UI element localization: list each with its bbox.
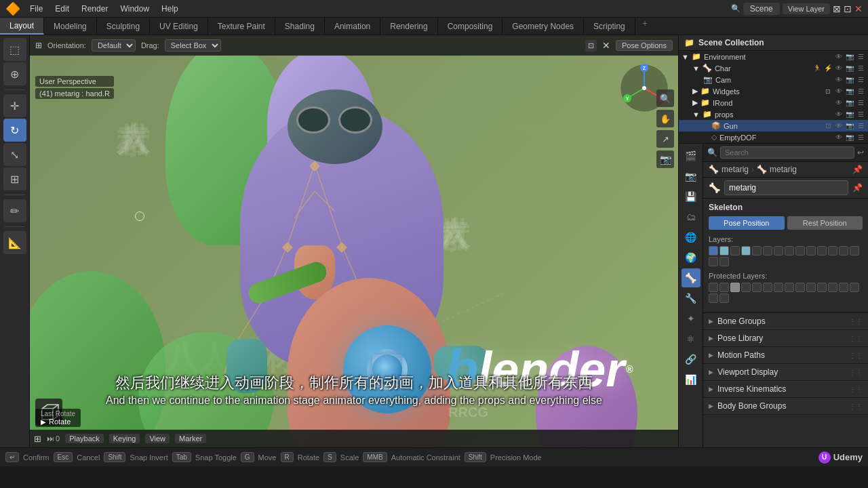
- layer-dot-15[interactable]: [709, 257, 718, 266]
- layer-dot-3[interactable]: [730, 246, 740, 256]
- obj-name-pin[interactable]: 📌: [852, 183, 863, 192]
- prop-world-icon[interactable]: 🌍: [682, 248, 701, 267]
- env-eye[interactable]: 👁: [834, 53, 844, 60]
- prop-scene-data-icon[interactable]: 🌐: [682, 228, 701, 247]
- layer-dot-13[interactable]: [839, 246, 848, 256]
- protected-dot-16[interactable]: [719, 293, 729, 303]
- menu-file[interactable]: File: [24, 3, 48, 15]
- env-select[interactable]: ☰: [856, 53, 865, 60]
- outliner-environment[interactable]: ▼ 📁 Environment 👁 📷 ☰: [679, 51, 868, 62]
- prop-view-layer-icon[interactable]: 🗂: [682, 207, 701, 226]
- protected-dot-1[interactable]: [709, 283, 718, 292]
- zoom-icon[interactable]: 🔍: [656, 89, 674, 107]
- tab-rendering[interactable]: Rendering: [380, 18, 437, 35]
- protected-dot-7[interactable]: [774, 283, 783, 292]
- pose-library-header[interactable]: ▶ Pose Library ⋮⋮: [703, 330, 868, 346]
- layer-dot-11[interactable]: [817, 246, 827, 256]
- prop-search-input[interactable]: [720, 146, 854, 159]
- gun-select[interactable]: ☰: [856, 122, 865, 129]
- layer-dot-9[interactable]: [795, 246, 805, 256]
- outliner-irond[interactable]: ▶ 📁 IRond 👁 📷 ☰: [679, 97, 868, 108]
- tool-annotate[interactable]: ✏: [3, 199, 26, 222]
- prop-render-icon[interactable]: 📷: [682, 167, 701, 186]
- protected-dot-3[interactable]: [730, 283, 740, 292]
- protected-dot-9[interactable]: [795, 283, 805, 292]
- menu-render[interactable]: Render: [76, 3, 113, 15]
- prop-modifier-icon[interactable]: 🔧: [682, 289, 701, 308]
- cam-select[interactable]: ☰: [856, 76, 865, 83]
- char-mode-icon[interactable]: 🏃: [812, 64, 822, 72]
- tab-modeling[interactable]: Modeling: [44, 18, 97, 35]
- viewport-display-header[interactable]: ▶ Viewport Display ⋮⋮: [703, 364, 868, 380]
- protected-dot-10[interactable]: [806, 283, 816, 292]
- tab-uv-editing[interactable]: UV Editing: [150, 18, 208, 35]
- irond-select[interactable]: ☰: [856, 99, 865, 106]
- widgets-select[interactable]: ☰: [856, 87, 865, 95]
- breadcrumb-item-1[interactable]: metarig: [722, 165, 749, 174]
- tab-texture-paint[interactable]: Texture Paint: [208, 18, 275, 35]
- tool-measure[interactable]: 📐: [3, 231, 26, 254]
- protected-dot-14[interactable]: [850, 283, 859, 292]
- prop-output-icon[interactable]: 💾: [682, 187, 701, 206]
- cam-eye[interactable]: 👁: [834, 76, 844, 83]
- layer-dot-2[interactable]: [719, 246, 729, 256]
- protected-dot-12[interactable]: [828, 283, 837, 292]
- tool-select-box[interactable]: ⬚: [3, 38, 26, 61]
- layer-dot-14[interactable]: [850, 246, 859, 256]
- object-name-input[interactable]: [724, 180, 848, 195]
- props-eye[interactable]: 👁: [834, 110, 844, 118]
- drag-select[interactable]: Select Box: [165, 39, 221, 52]
- outliner-gun[interactable]: 📦 Gun ⊡ 👁 📷 ☰: [679, 120, 868, 131]
- prop-constraints-icon[interactable]: 🔗: [682, 350, 701, 369]
- motion-paths-header[interactable]: ▶ Motion Paths ⋮⋮: [703, 347, 868, 363]
- tab-geometry-nodes[interactable]: Geometry Nodes: [502, 18, 584, 35]
- protected-dot-13[interactable]: [839, 283, 848, 292]
- outliner-char[interactable]: ▼ 🦴 Char 🏃 ⚡ 👁 📷 ☰: [679, 62, 868, 74]
- tab-scripting[interactable]: Scripting: [584, 18, 635, 35]
- layer-dot-6[interactable]: [763, 246, 772, 256]
- widgets-eye[interactable]: 👁: [834, 87, 844, 95]
- layer-dot-4[interactable]: [741, 246, 751, 256]
- viewport-close[interactable]: ✕: [602, 40, 610, 51]
- add-workspace-button[interactable]: ＋: [635, 18, 654, 35]
- viewport-mode-icon[interactable]: ⊞: [35, 41, 42, 50]
- layer-dot-7[interactable]: [774, 246, 783, 256]
- outliner-cam[interactable]: 📷 Cam 👁 📷 ☰: [679, 74, 868, 85]
- tool-move[interactable]: ✛: [3, 94, 26, 117]
- pose-position-button[interactable]: Pose Position: [709, 216, 785, 230]
- bone-groups-header[interactable]: ▶ Bone Groups ⋮⋮: [703, 313, 868, 329]
- char-eye[interactable]: 👁: [834, 64, 844, 72]
- protected-layers-grid[interactable]: [709, 283, 863, 303]
- protected-dot-5[interactable]: [752, 283, 762, 292]
- layer-dot-16[interactable]: [719, 257, 729, 266]
- restore-icon[interactable]: ⊡: [844, 3, 852, 14]
- view-layer[interactable]: View Layer: [783, 3, 830, 14]
- marker-button[interactable]: Marker: [175, 434, 206, 443]
- pan-icon[interactable]: ✋: [656, 110, 674, 127]
- prop-particles-icon[interactable]: ✦: [682, 309, 701, 328]
- breadcrumb-item-2[interactable]: metarig: [770, 165, 797, 174]
- empty-select[interactable]: ☰: [856, 134, 865, 141]
- scene-name[interactable]: Scene: [743, 3, 780, 15]
- menu-help[interactable]: Help: [156, 3, 184, 15]
- orientation-select[interactable]: Default: [92, 39, 136, 52]
- tab-shading[interactable]: Shading: [275, 18, 325, 35]
- layers-grid[interactable]: [709, 246, 863, 266]
- keying-button[interactable]: Keying: [109, 434, 140, 443]
- tab-sculpting[interactable]: Sculpting: [97, 18, 150, 35]
- gun-camera[interactable]: 📷: [845, 122, 854, 129]
- protected-dot-11[interactable]: [817, 283, 827, 292]
- maximize-icon[interactable]: ⊠: [833, 3, 841, 14]
- cam-camera[interactable]: 📷: [845, 76, 854, 83]
- layer-dot-5[interactable]: [752, 246, 762, 256]
- playback-button[interactable]: Playback: [65, 434, 104, 443]
- tab-compositing[interactable]: Compositing: [438, 18, 503, 35]
- protected-dot-4[interactable]: [741, 283, 751, 292]
- view-button[interactable]: View: [145, 434, 170, 443]
- props-select[interactable]: ☰: [856, 110, 865, 118]
- viewport-editor-type[interactable]: ⊞: [34, 434, 41, 444]
- widgets-camera[interactable]: 📷: [845, 87, 854, 95]
- outliner-widgets[interactable]: ▶ 📁 Widgets ⊡ 👁 📷 ☰: [679, 85, 868, 97]
- prop-scene-icon[interactable]: 🎬: [682, 146, 701, 165]
- layer-dot-1[interactable]: [709, 246, 718, 256]
